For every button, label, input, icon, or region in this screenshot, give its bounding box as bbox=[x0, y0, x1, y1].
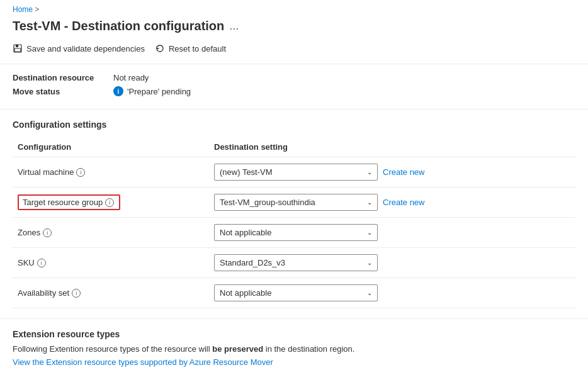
breadcrumb: Home > bbox=[0, 0, 588, 16]
config-dest-target-resource-group: Test-VM_group-southindia ⌄ Create new bbox=[214, 194, 575, 211]
config-label-sku: SKU i bbox=[13, 258, 214, 267]
chevron-down-icon: ⌄ bbox=[367, 169, 372, 176]
extension-desc-part2: in the destination region. bbox=[266, 344, 355, 354]
availability-set-label: Availability set bbox=[18, 288, 69, 298]
extension-description: Following Extention resource types of th… bbox=[13, 344, 575, 354]
chevron-down-icon: ⌄ bbox=[367, 199, 372, 206]
zones-dropdown[interactable]: Not applicable ⌄ bbox=[214, 224, 378, 241]
availability-set-info-icon[interactable]: i bbox=[72, 289, 81, 298]
config-dest-sku: Standard_D2s_v3 ⌄ bbox=[214, 254, 575, 271]
sku-info-icon[interactable]: i bbox=[37, 259, 46, 267]
target-resource-group-create-new-link[interactable]: Create new bbox=[383, 198, 424, 207]
target-resource-group-label: Target resource group bbox=[23, 198, 103, 207]
destination-resource-value: Not ready bbox=[113, 73, 149, 82]
config-table: Configuration Destination setting Virtua… bbox=[13, 138, 575, 308]
svg-rect-1 bbox=[16, 45, 18, 47]
move-status-row: Move status i 'Prepare' pending bbox=[13, 86, 575, 96]
chevron-down-icon: ⌄ bbox=[367, 289, 372, 296]
destination-resource-row: Destination resource Not ready bbox=[13, 73, 575, 82]
chevron-down-icon: ⌄ bbox=[367, 259, 372, 266]
zones-dropdown-value: Not applicable bbox=[220, 228, 271, 237]
chevron-down-icon: ⌄ bbox=[367, 229, 372, 236]
sku-label: SKU bbox=[18, 258, 35, 267]
col-config-header: Configuration bbox=[13, 142, 214, 152]
table-row: Availability set i Not applicable ⌄ bbox=[13, 278, 575, 308]
col-dest-header: Destination setting bbox=[214, 142, 575, 152]
breadcrumb-home-link[interactable]: Home bbox=[13, 5, 33, 14]
table-row: SKU i Standard_D2s_v3 ⌄ bbox=[13, 248, 575, 278]
save-label: Save and validate dependencies bbox=[26, 44, 145, 53]
status-section: Destination resource Not ready Move stat… bbox=[0, 64, 588, 109]
move-status-text: 'Prepare' pending bbox=[127, 87, 191, 96]
reset-icon bbox=[155, 43, 165, 53]
config-table-header: Configuration Destination setting bbox=[13, 138, 575, 157]
extension-desc-bold: be preserved bbox=[212, 344, 263, 354]
svg-rect-2 bbox=[14, 48, 21, 52]
page-title-ellipsis[interactable]: ... bbox=[229, 20, 239, 33]
availability-set-dropdown[interactable]: Not applicable ⌄ bbox=[214, 284, 378, 301]
extension-link[interactable]: View the Extension resource types suppor… bbox=[13, 357, 273, 367]
zones-info-icon[interactable]: i bbox=[43, 228, 52, 237]
page-title: Test-VM - Destination configuration ... bbox=[0, 16, 588, 41]
virtual-machine-dropdown[interactable]: (new) Test-VM ⌄ bbox=[214, 164, 378, 181]
reset-label: Reset to default bbox=[169, 44, 226, 53]
move-status-value: i 'Prepare' pending bbox=[113, 86, 191, 96]
table-row: Virtual machine i (new) Test-VM ⌄ Create… bbox=[13, 157, 575, 188]
virtual-machine-dropdown-value: (new) Test-VM bbox=[220, 167, 273, 177]
availability-set-dropdown-value: Not applicable bbox=[220, 288, 271, 298]
extension-desc-part1: Following Extention resource types of th… bbox=[13, 344, 210, 354]
config-dest-availability-set: Not applicable ⌄ bbox=[214, 284, 575, 301]
destination-resource-label: Destination resource bbox=[13, 73, 113, 82]
table-row: Zones i Not applicable ⌄ bbox=[13, 218, 575, 248]
sku-dropdown[interactable]: Standard_D2s_v3 ⌄ bbox=[214, 254, 378, 271]
config-label-zones: Zones i bbox=[13, 228, 214, 237]
save-icon bbox=[13, 43, 23, 53]
config-label-virtual-machine: Virtual machine i bbox=[13, 167, 214, 177]
toolbar: Save and validate dependencies Reset to … bbox=[0, 41, 588, 64]
save-validate-button[interactable]: Save and validate dependencies bbox=[13, 41, 145, 56]
extension-section-title: Extension resource types bbox=[13, 329, 575, 339]
virtual-machine-create-new-link[interactable]: Create new bbox=[383, 167, 424, 177]
page-title-text: Test-VM - Destination configuration bbox=[13, 19, 224, 33]
virtual-machine-label: Virtual machine bbox=[18, 167, 74, 177]
virtual-machine-info-icon[interactable]: i bbox=[76, 168, 85, 177]
config-dest-zones: Not applicable ⌄ bbox=[214, 224, 575, 241]
target-resource-group-dropdown-value: Test-VM_group-southindia bbox=[220, 198, 315, 207]
target-resource-group-highlight-box: Target resource group i bbox=[18, 194, 120, 210]
extension-section: Extension resource types Following Exten… bbox=[0, 319, 588, 370]
config-dest-virtual-machine: (new) Test-VM ⌄ Create new bbox=[214, 164, 575, 181]
configuration-section: Configuration settings Configuration Des… bbox=[0, 109, 588, 319]
target-resource-group-dropdown[interactable]: Test-VM_group-southindia ⌄ bbox=[214, 194, 378, 211]
reset-button[interactable]: Reset to default bbox=[155, 41, 226, 56]
config-label-availability-set: Availability set i bbox=[13, 288, 214, 298]
sku-dropdown-value: Standard_D2s_v3 bbox=[220, 258, 285, 267]
config-section-title: Configuration settings bbox=[13, 120, 575, 130]
breadcrumb-separator: > bbox=[35, 5, 39, 14]
zones-label: Zones bbox=[18, 228, 40, 237]
move-status-label: Move status bbox=[13, 87, 113, 96]
info-icon: i bbox=[113, 86, 123, 96]
target-resource-group-info-icon[interactable]: i bbox=[105, 198, 114, 207]
table-row: Target resource group i Test-VM_group-so… bbox=[13, 188, 575, 218]
config-label-target-resource-group: Target resource group i bbox=[13, 194, 214, 210]
